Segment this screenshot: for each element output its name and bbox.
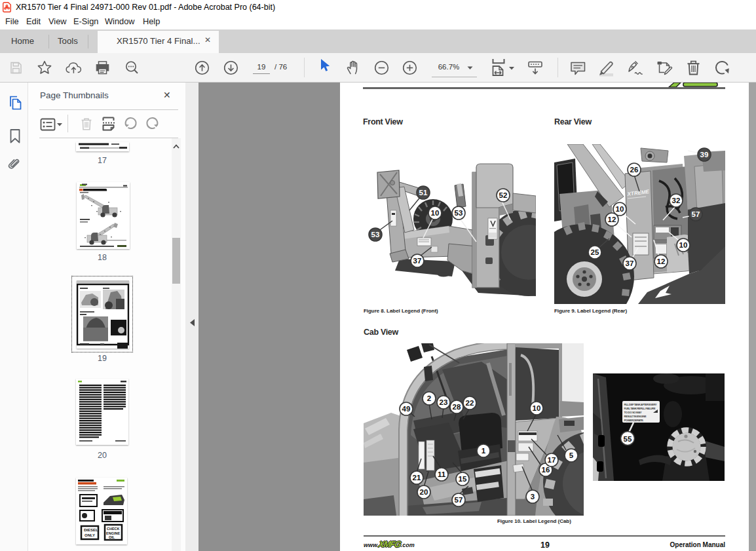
svg-text:22: 22 — [466, 399, 474, 407]
svg-text:25: 25 — [591, 248, 599, 256]
svg-text:3: 3 — [531, 493, 535, 501]
svg-text:57: 57 — [455, 496, 463, 504]
svg-text:1: 1 — [482, 447, 486, 455]
svg-text:ENGINE: ENGINE — [106, 531, 120, 535]
svg-text:51: 51 — [419, 189, 428, 197]
svg-text:26: 26 — [630, 166, 639, 174]
svg-text:5: 5 — [569, 451, 574, 459]
svg-text:2: 2 — [427, 394, 431, 402]
svg-text:16: 16 — [542, 466, 550, 474]
svg-text:53: 53 — [371, 231, 380, 238]
svg-text:11: 11 — [438, 470, 446, 478]
svg-text:10: 10 — [679, 241, 688, 249]
svg-text:ONLY: ONLY — [85, 533, 95, 537]
svg-text:TO DO SO MAY: TO DO SO MAY — [624, 411, 642, 414]
svg-text:20: 20 — [420, 488, 428, 496]
svg-text:FUEL TANK REFILL. FAILURE: FUEL TANK REFILL. FAILURE — [624, 407, 656, 410]
svg-text:10: 10 — [533, 404, 541, 412]
svg-text:OIL: OIL — [109, 535, 115, 539]
svg-text:39: 39 — [700, 151, 709, 159]
svg-text:49: 49 — [402, 405, 411, 413]
svg-text:CHECK: CHECK — [107, 527, 120, 531]
svg-text:32: 32 — [672, 197, 681, 204]
svg-text:28: 28 — [453, 403, 461, 411]
svg-text:37: 37 — [626, 259, 634, 267]
svg-text:12: 12 — [657, 257, 666, 265]
svg-text:55: 55 — [624, 435, 632, 443]
svg-text:POWER DERATE.: POWER DERATE. — [624, 419, 644, 422]
svg-text:52: 52 — [499, 191, 508, 199]
svg-text:17: 17 — [548, 456, 556, 464]
svg-text:37: 37 — [413, 257, 422, 265]
svg-text:57: 57 — [692, 210, 700, 218]
svg-text:DIESEL: DIESEL — [84, 528, 98, 532]
svg-text:23: 23 — [440, 398, 448, 406]
svg-text:10: 10 — [616, 205, 624, 213]
svg-text:10: 10 — [431, 209, 440, 217]
svg-text:53: 53 — [455, 209, 463, 217]
svg-text:15: 15 — [459, 475, 467, 483]
svg-text:21: 21 — [413, 474, 421, 482]
svg-text:RESULT IN ENGINE: RESULT IN ENGINE — [624, 415, 647, 418]
svg-text:12: 12 — [608, 216, 616, 223]
svg-text:FILL DEF TANK AFTER EVERY: FILL DEF TANK AFTER EVERY — [624, 403, 657, 406]
